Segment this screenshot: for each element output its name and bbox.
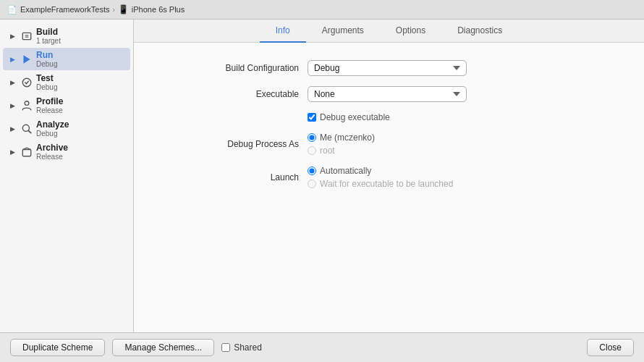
build-configuration-row: Build Configuration Debug Release bbox=[163, 60, 615, 76]
debug-process-row: Debug Process As Me (mczenko) root bbox=[163, 132, 615, 156]
build-configuration-control: Debug Release bbox=[308, 60, 467, 76]
radio-wait[interactable] bbox=[308, 180, 316, 188]
sidebar-item-run[interactable]: ▶ Run Debug bbox=[3, 48, 130, 70]
radio-me[interactable] bbox=[308, 133, 316, 142]
shared-label: Shared bbox=[234, 342, 262, 353]
sidebar-item-test[interactable]: ▶ Test Debug bbox=[3, 71, 130, 93]
launch-radio-group: Automatically Wait for executable to be … bbox=[308, 166, 453, 189]
test-text: Test Debug bbox=[36, 73, 57, 91]
expand-arrow-test: ▶ bbox=[10, 79, 17, 86]
executable-label: Executable bbox=[163, 89, 308, 99]
debug-process-label: Debug Process As bbox=[163, 139, 308, 149]
archive-icon bbox=[21, 146, 33, 158]
device-icon: 📱 bbox=[118, 4, 129, 14]
executable-control: None bbox=[308, 86, 467, 102]
test-name: Test bbox=[36, 73, 57, 83]
sidebar: ▶ Build 1 target ▶ Run bbox=[0, 20, 134, 332]
sidebar-item-build[interactable]: ▶ Build 1 target bbox=[3, 25, 130, 47]
expand-arrow-build: ▶ bbox=[10, 33, 17, 40]
test-sub: Debug bbox=[36, 83, 57, 91]
title-bar: 📄 ExampleFrameworkTests › 📱 iPhone 6s Pl… bbox=[0, 0, 644, 20]
analyze-name: Analyze bbox=[36, 119, 69, 130]
run-icon bbox=[21, 54, 33, 65]
tab-arguments[interactable]: Arguments bbox=[306, 20, 380, 43]
profile-sub: Release bbox=[36, 106, 63, 114]
expand-arrow-analyze: ▶ bbox=[10, 125, 17, 132]
sidebar-item-analyze[interactable]: ▶ Analyze Debug bbox=[3, 117, 130, 140]
svg-rect-8 bbox=[22, 149, 30, 156]
launch-label: Launch bbox=[163, 172, 308, 182]
footer: Duplicate Scheme Manage Schemes... Share… bbox=[0, 332, 644, 362]
sidebar-item-profile[interactable]: ▶ Profile Release bbox=[3, 94, 130, 117]
expand-arrow-profile: ▶ bbox=[10, 102, 17, 109]
shared-checkbox[interactable] bbox=[221, 343, 230, 352]
radio-automatically-label: Automatically bbox=[320, 166, 371, 176]
run-text: Run Debug bbox=[36, 50, 57, 68]
analyze-sub: Debug bbox=[36, 130, 69, 138]
analyze-text: Analyze Debug bbox=[36, 119, 69, 138]
run-sub: Debug bbox=[36, 60, 57, 68]
svg-rect-0 bbox=[22, 33, 30, 39]
manage-schemes-button[interactable]: Manage Schemes... bbox=[112, 339, 214, 356]
debug-executable-checkbox[interactable] bbox=[308, 113, 316, 122]
svg-line-7 bbox=[28, 130, 30, 132]
project-name: ExampleFrameworkTests bbox=[20, 5, 109, 14]
radio-row-me: Me (mczenko) bbox=[308, 132, 375, 143]
svg-marker-3 bbox=[23, 55, 30, 63]
radio-row-wait: Wait for executable to be launched bbox=[308, 179, 453, 189]
expand-arrow-archive: ▶ bbox=[10, 148, 17, 156]
main-area: ▶ Build 1 target ▶ Run bbox=[0, 20, 644, 332]
analyze-icon bbox=[21, 123, 33, 135]
expand-arrow-run: ▶ bbox=[10, 56, 17, 63]
launch-row: Launch Automatically Wait for executable… bbox=[163, 166, 615, 189]
tab-diagnostics[interactable]: Diagnostics bbox=[441, 20, 518, 43]
executable-row: Executable None bbox=[163, 86, 615, 102]
test-icon bbox=[21, 77, 33, 88]
build-text: Build 1 target bbox=[36, 27, 61, 45]
duplicate-scheme-button[interactable]: Duplicate Scheme bbox=[10, 339, 105, 356]
build-name: Build bbox=[36, 27, 61, 37]
debug-executable-label: Debug executable bbox=[320, 112, 390, 122]
radio-row-automatically: Automatically bbox=[308, 166, 453, 176]
breadcrumb-separator: › bbox=[112, 6, 114, 14]
radio-root-label: root bbox=[320, 146, 335, 156]
close-button[interactable]: Close bbox=[587, 339, 634, 356]
debug-executable-row: Debug executable bbox=[308, 112, 615, 122]
svg-point-5 bbox=[25, 101, 29, 105]
build-configuration-label: Build Configuration bbox=[163, 63, 308, 73]
debug-process-control: Me (mczenko) root bbox=[308, 132, 375, 156]
shared-row: Shared bbox=[221, 342, 262, 353]
run-name: Run bbox=[36, 50, 57, 60]
build-configuration-select[interactable]: Debug Release bbox=[308, 60, 467, 76]
radio-wait-label: Wait for executable to be launched bbox=[320, 179, 453, 189]
archive-text: Archive Release bbox=[36, 143, 68, 161]
radio-row-root: root bbox=[308, 146, 375, 156]
archive-name: Archive bbox=[36, 143, 68, 153]
profile-icon bbox=[21, 100, 33, 111]
radio-root[interactable] bbox=[308, 146, 316, 155]
tab-info[interactable]: Info bbox=[260, 20, 306, 43]
document-icon: 📄 bbox=[7, 5, 17, 14]
radio-automatically[interactable] bbox=[308, 167, 316, 175]
archive-sub: Release bbox=[36, 153, 68, 161]
radio-me-label: Me (mczenko) bbox=[320, 132, 375, 143]
device-name: iPhone 6s Plus bbox=[132, 5, 185, 14]
form-area: Build Configuration Debug Release Execut… bbox=[134, 43, 644, 332]
tabs-bar: Info Arguments Options Diagnostics bbox=[134, 20, 644, 43]
launch-control: Automatically Wait for executable to be … bbox=[308, 166, 453, 189]
debug-process-radio-group: Me (mczenko) root bbox=[308, 132, 375, 156]
build-icon bbox=[21, 30, 33, 42]
profile-text: Profile Release bbox=[36, 96, 63, 114]
profile-name: Profile bbox=[36, 96, 63, 106]
build-sub: 1 target bbox=[36, 37, 61, 45]
tab-options[interactable]: Options bbox=[380, 20, 441, 43]
content-panel: Info Arguments Options Diagnostics Build… bbox=[134, 20, 644, 332]
sidebar-item-archive[interactable]: ▶ Archive Release bbox=[3, 140, 130, 163]
executable-select[interactable]: None bbox=[308, 86, 467, 102]
